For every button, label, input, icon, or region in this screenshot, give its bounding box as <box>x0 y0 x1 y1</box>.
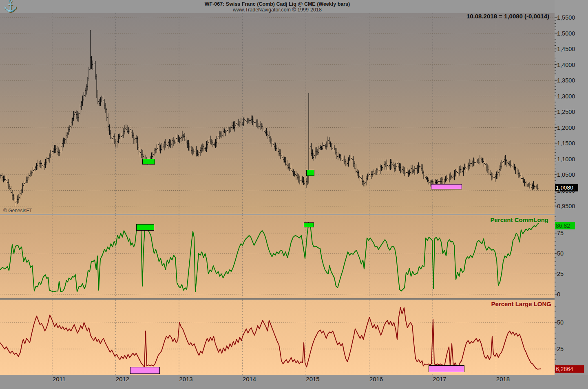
year-label: 2012 <box>116 376 129 382</box>
genesis-credit: © GenesisFT <box>3 208 32 213</box>
commlong-label: Percent CommLong <box>490 216 548 223</box>
large-long-line-chart <box>0 300 555 375</box>
green-highlight-box[interactable] <box>306 170 314 176</box>
scale-tick-label: 50 <box>557 250 564 257</box>
scale-tick-label: 1,0500 <box>557 171 575 178</box>
scale-tick-label: 0 <box>557 291 560 298</box>
percent-large-long-panel[interactable] <box>0 300 555 375</box>
large-long-value-badge: 6,2864 <box>555 365 584 373</box>
pink-highlight-box[interactable] <box>130 367 160 374</box>
large-long-label: Percent Large LONG <box>491 300 551 307</box>
scale-tick-label: 1,4000 <box>557 62 575 68</box>
scale-tick-label: 50 <box>557 319 564 326</box>
green-highlight-box[interactable] <box>136 224 154 231</box>
chart-subtitle: www.TradeNavigator.com © 1999-2018 <box>0 7 555 13</box>
year-label: 2017 <box>433 376 446 382</box>
scale-tick-label: 75 <box>557 230 564 236</box>
scale-tick-label: 1,5000 <box>557 30 575 37</box>
scale-tick-label: 1,0000 <box>557 187 575 194</box>
year-label: 2011 <box>53 376 66 382</box>
pink-highlight-box[interactable] <box>429 365 464 372</box>
price-bars-chart <box>0 13 555 214</box>
year-label: 2014 <box>243 376 256 382</box>
trade-navigator-window: ⚓ WF-067: Swiss Franc (Comb) Cadj Liq @ … <box>0 0 588 389</box>
price-scale-strip[interactable] <box>555 0 588 389</box>
price-panel[interactable] <box>0 13 555 214</box>
scale-tick-label: 0,9500 <box>557 203 575 209</box>
commlong-value-badge: 86,82 <box>555 222 575 229</box>
green-highlight-box[interactable] <box>304 222 314 227</box>
year-label: 2015 <box>306 376 319 382</box>
pink-highlight-box[interactable] <box>431 184 462 189</box>
scale-tick-label: 1,5500 <box>557 14 575 21</box>
scale-tick-label: 25 <box>557 346 564 352</box>
chart-title: WF-067: Swiss Franc (Comb) Cadj Liq @ CM… <box>0 1 555 7</box>
scale-tick-label: 1,2000 <box>557 124 575 131</box>
green-highlight-box[interactable] <box>142 159 155 164</box>
year-label: 2018 <box>496 376 510 382</box>
scale-tick-label: 1,3500 <box>557 77 575 84</box>
scale-tick-label: 1,4500 <box>557 46 575 52</box>
scale-tick-label: 25 <box>557 271 564 277</box>
scale-tick-label: 1,2500 <box>557 109 575 115</box>
last-quote-readout: 10.08.2018 = 1,0080 (-0,0014) <box>466 13 549 20</box>
scale-ticks <box>555 0 588 389</box>
scale-tick-label: 1,1500 <box>557 140 575 147</box>
year-label: 2016 <box>369 376 383 382</box>
percent-commlong-panel[interactable] <box>0 215 555 298</box>
title-bar: ⚓ WF-067: Swiss Franc (Comb) Cadj Liq @ … <box>0 0 588 13</box>
commlong-line-chart <box>0 215 555 298</box>
scale-tick-label: 1,1000 <box>557 156 575 162</box>
year-label: 2013 <box>179 376 192 382</box>
scale-tick-label: 1,3000 <box>557 93 575 100</box>
